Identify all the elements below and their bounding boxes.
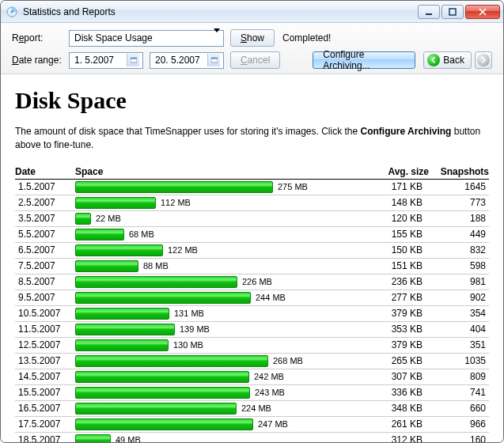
space-bar-label: 139 MB — [180, 324, 210, 334]
cancel-button: Cancel — [230, 51, 280, 69]
table-row: 14.5.2007242 MB307 KB809 — [15, 369, 489, 384]
date-to-value: 20. 5.2007 — [155, 55, 200, 66]
date-from-input[interactable]: 1. 5.2007 — [69, 52, 143, 69]
back-button[interactable]: Back — [423, 51, 472, 69]
cell-date: 2.5.2007 — [15, 195, 75, 210]
space-bar — [75, 403, 237, 415]
table-row: 18.5.200749 MB312 KB160 — [15, 432, 489, 442]
cell-avgsize: 171 KB — [369, 179, 429, 195]
cell-avgsize: 155 KB — [369, 226, 429, 242]
space-bar-label: 122 MB — [168, 245, 198, 255]
col-date: Date — [15, 165, 75, 180]
table-row: 11.5.2007139 MB353 KB404 — [15, 321, 489, 337]
table-row: 17.5.2007247 MB261 KB966 — [15, 416, 489, 432]
cell-avgsize: 150 KB — [369, 242, 429, 258]
report-combobox[interactable]: Disk Space Usage — [69, 30, 224, 47]
cell-date: 8.5.2007 — [15, 274, 75, 290]
table-row: 16.5.2007224 MB348 KB660 — [15, 400, 489, 416]
arrow-left-icon — [427, 54, 440, 66]
space-bar — [75, 308, 169, 320]
show-button[interactable]: Show — [230, 29, 275, 47]
page-title: Disk Space — [15, 87, 489, 114]
calendar-icon[interactable] — [207, 54, 220, 66]
cell-date: 12.5.2007 — [15, 337, 75, 353]
close-button[interactable] — [465, 5, 500, 19]
svg-rect-3 — [449, 9, 456, 15]
cell-date: 9.5.2007 — [15, 290, 75, 305]
cell-snapshots: 773 — [429, 195, 489, 210]
cell-avgsize: 277 KB — [369, 290, 429, 305]
cell-space: 131 MB — [75, 305, 369, 321]
cell-snapshots: 832 — [429, 242, 489, 258]
date-to-input[interactable]: 20. 5.2007 — [150, 52, 224, 69]
space-bar-label: 22 MB — [96, 214, 121, 223]
svg-rect-2 — [426, 13, 432, 15]
svg-rect-7 — [211, 58, 218, 59]
cell-date: 5.5.2007 — [15, 226, 75, 242]
maximize-button[interactable] — [441, 5, 464, 19]
space-bar-label: 224 MB — [241, 403, 271, 413]
table-row: 2.5.2007112 MB148 KB773 — [15, 195, 489, 210]
col-space: Space — [75, 165, 369, 180]
titlebar[interactable]: Statistics and Reports — [1, 1, 503, 23]
chevron-down-icon — [214, 32, 220, 44]
cell-avgsize: 151 KB — [369, 258, 429, 274]
cell-snapshots: 966 — [429, 416, 489, 432]
cell-snapshots: 902 — [429, 290, 489, 305]
cell-avgsize: 379 KB — [369, 305, 429, 321]
cell-date: 17.5.2007 — [15, 416, 75, 432]
cell-space: 244 MB — [75, 290, 369, 305]
cell-space: 49 MB — [75, 432, 369, 442]
cell-snapshots: 160 — [429, 432, 489, 442]
space-bar-label: 275 MB — [278, 182, 308, 191]
configure-archiving-button[interactable]: Configure Archiving... — [313, 51, 415, 69]
table-row: 8.5.2007226 MB236 KB981 — [15, 274, 489, 290]
forward-button[interactable] — [475, 51, 492, 69]
window-title: Statistics and Reports — [23, 6, 418, 17]
cell-space: 247 MB — [75, 416, 369, 432]
cell-snapshots: 598 — [429, 258, 489, 274]
space-bar — [75, 339, 169, 351]
cell-snapshots: 809 — [429, 369, 489, 384]
space-bar — [75, 276, 237, 288]
cell-snapshots: 404 — [429, 321, 489, 337]
cell-date: 16.5.2007 — [15, 400, 75, 416]
report-label: Report: — [12, 32, 69, 44]
table-row: 10.5.2007131 MB379 KB354 — [15, 305, 489, 321]
table-row: 12.5.2007130 MB379 KB351 — [15, 337, 489, 353]
cell-snapshots: 354 — [429, 305, 489, 321]
space-bar — [75, 355, 268, 367]
cell-avgsize: 379 KB — [369, 337, 429, 353]
daterange-label: Date range: — [12, 55, 69, 66]
cell-space: 275 MB — [75, 179, 369, 195]
cell-date: 13.5.2007 — [15, 353, 75, 369]
cell-snapshots: 1035 — [429, 353, 489, 369]
cell-space: 224 MB — [75, 400, 369, 416]
table-row: 6.5.2007122 MB150 KB832 — [15, 242, 489, 258]
minimize-button[interactable] — [418, 5, 440, 19]
space-bar-label: 247 MB — [258, 419, 288, 429]
arrow-right-icon — [477, 54, 490, 66]
cell-avgsize: 120 KB — [369, 210, 429, 226]
space-bar-label: 226 MB — [242, 277, 272, 286]
cell-avgsize: 265 KB — [369, 353, 429, 369]
space-bar-label: 243 MB — [255, 388, 285, 397]
calendar-icon[interactable] — [127, 54, 139, 66]
cell-space: 268 MB — [75, 353, 369, 369]
table-row: 5.5.200768 MB155 KB449 — [15, 226, 489, 242]
table-row: 13.5.2007268 MB265 KB1035 — [15, 353, 489, 369]
report-content: Disk Space The amount of disk space that… — [1, 74, 503, 442]
space-bar — [75, 324, 175, 335]
cell-avgsize: 261 KB — [369, 416, 429, 432]
space-bar-label: 68 MB — [129, 229, 154, 239]
col-avgsize: Avg. size — [369, 165, 429, 180]
space-bar — [75, 229, 124, 240]
cell-space: 122 MB — [75, 242, 369, 258]
cell-space: 226 MB — [75, 274, 369, 290]
cell-avgsize: 148 KB — [369, 195, 429, 210]
cell-snapshots: 741 — [429, 384, 489, 400]
space-bar — [75, 213, 91, 225]
page-description: The amount of disk space that TimeSnappe… — [15, 125, 489, 152]
cell-avgsize: 348 KB — [369, 400, 429, 416]
status-text: Completed! — [282, 32, 331, 44]
